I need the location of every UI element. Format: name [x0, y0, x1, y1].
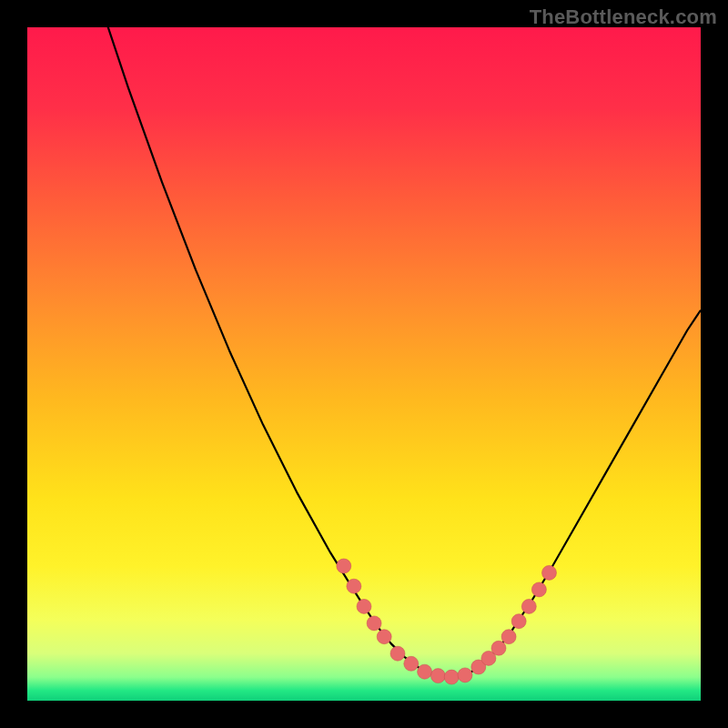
marker-point [337, 559, 351, 573]
plot-area [27, 27, 701, 701]
marker-point [347, 579, 361, 593]
marker-point [501, 630, 516, 644]
marker-point [491, 641, 506, 655]
chart-svg [27, 27, 701, 701]
marker-point [390, 646, 405, 661]
marker-point [367, 616, 381, 631]
marker-point [404, 656, 419, 671]
marker-point [542, 565, 557, 580]
marker-point [418, 664, 432, 679]
marker-point [458, 668, 472, 682]
marker-point [430, 669, 445, 683]
chart-container: TheBottleneck.com [0, 0, 728, 728]
marker-point [511, 614, 526, 629]
watermark-text: TheBottleneck.com [530, 5, 717, 29]
marker-point [357, 599, 371, 613]
marker-point [377, 630, 391, 644]
marker-point [521, 599, 536, 613]
marker-point [531, 582, 546, 597]
marker-point [444, 670, 459, 684]
